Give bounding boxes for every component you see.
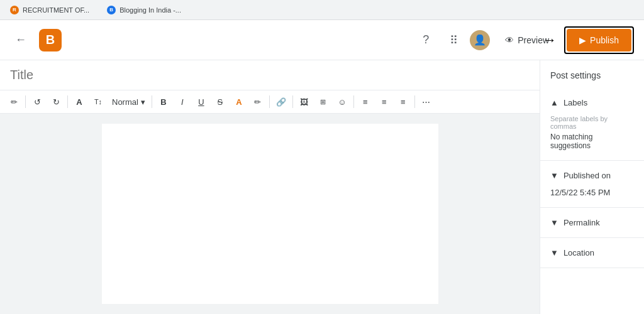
- tab2-favicon: B: [107, 6, 116, 14]
- main-layout: ✏ ↺ ↻ A T↕ Normal ▾ B I U S A ✏ 🔗 🖼 ⊞ ☺: [0, 60, 644, 314]
- tab1-label: RECRUITMENT OF...: [23, 6, 89, 14]
- more-button[interactable]: ⋯: [418, 93, 435, 111]
- toolbar-divider-3: [152, 95, 152, 108]
- no-suggestions-text: No matching suggestions: [550, 133, 634, 150]
- avatar[interactable]: 👤: [470, 30, 490, 50]
- labels-chevron-icon: ▲: [550, 98, 558, 107]
- title-bar: [0, 60, 540, 90]
- text-size-button[interactable]: T↕: [89, 93, 107, 111]
- publish-btn-wrapper: ▶ Publish: [564, 26, 634, 54]
- permalink-label: Permalink: [564, 218, 600, 227]
- browser-tab-1[interactable]: R RECRUITMENT OF...: [5, 6, 94, 14]
- undo-button[interactable]: ↺: [28, 93, 46, 111]
- highlight-button[interactable]: ✏: [249, 93, 267, 111]
- publish-button[interactable]: ▶ Publish: [567, 29, 631, 51]
- editor-canvas[interactable]: [102, 124, 438, 304]
- format-select[interactable]: Normal ▾: [108, 96, 149, 108]
- location-chevron-icon: ▼: [550, 248, 558, 257]
- emoji-button[interactable]: ☺: [333, 93, 351, 111]
- labels-content: Separate labels by commas No matching su…: [540, 112, 644, 155]
- app-header: ← B ? ⠿ 👤 👁 Preview → ▶ Publish: [0, 20, 644, 60]
- right-sidebar: Post settings ▲ Labels Separate labels b…: [540, 60, 644, 314]
- grid-icon: ⠿: [450, 33, 458, 47]
- help-button[interactable]: ?: [414, 29, 437, 51]
- toolbar-divider-6: [353, 95, 354, 108]
- publish-label: Publish: [590, 35, 619, 45]
- location-section-header[interactable]: ▼ Location: [540, 243, 644, 263]
- format-label: Normal: [112, 97, 138, 107]
- toolbar-divider-2: [67, 95, 68, 108]
- align-left-button[interactable]: ≡: [357, 93, 374, 111]
- title-input[interactable]: [10, 68, 530, 82]
- publish-icon: ▶: [579, 35, 586, 45]
- labels-section-header[interactable]: ▲ Labels: [540, 93, 644, 112]
- grid-button[interactable]: ⠿: [442, 29, 465, 51]
- permalink-chevron-icon: ▼: [550, 218, 558, 227]
- labels-label: Labels: [564, 98, 587, 107]
- published-chevron-icon: ▼: [550, 171, 558, 180]
- browser-bar: R RECRUITMENT OF... B Blogging In India …: [0, 0, 644, 20]
- italic-button[interactable]: I: [174, 93, 191, 111]
- labels-section: ▲ Labels Separate labels by commas No ma…: [540, 88, 644, 161]
- publish-wrapper: → ▶ Publish: [564, 26, 634, 54]
- align-right-button[interactable]: ≡: [394, 93, 412, 111]
- back-button[interactable]: ←: [10, 28, 31, 51]
- browser-tab-2[interactable]: B Blogging In India -...: [102, 6, 186, 14]
- blogger-logo: B: [39, 29, 62, 51]
- arrow-indicator: →: [543, 32, 557, 48]
- content-area: [0, 114, 540, 314]
- align-center-button[interactable]: ≡: [375, 93, 393, 111]
- font-color-button[interactable]: A: [230, 93, 248, 111]
- more-image-button[interactable]: ⊞: [314, 93, 332, 111]
- image-button[interactable]: 🖼: [296, 93, 313, 111]
- permalink-section: ▼ Permalink: [540, 208, 644, 238]
- redo-button[interactable]: ↻: [47, 93, 65, 111]
- header-icons: ? ⠿ 👤 👁 Preview → ▶ Publish: [414, 26, 634, 54]
- text-color-button[interactable]: A: [70, 93, 88, 111]
- published-date-content: 12/5/22 5:45 PM: [540, 185, 644, 202]
- help-icon: ?: [423, 33, 429, 46]
- published-date-value: 12/5/22 5:45 PM: [550, 188, 634, 197]
- published-on-label: Published on: [564, 171, 611, 180]
- pencil-button[interactable]: ✏: [5, 93, 23, 111]
- published-on-section: ▼ Published on 12/5/22 5:45 PM: [540, 161, 644, 208]
- toolbar-divider-1: [25, 95, 26, 108]
- toolbar: ✏ ↺ ↻ A T↕ Normal ▾ B I U S A ✏ 🔗 🖼 ⊞ ☺: [0, 90, 540, 114]
- toolbar-divider-7: [414, 95, 415, 108]
- preview-eye-icon: 👁: [505, 35, 514, 45]
- labels-hint: Separate labels by commas: [550, 115, 634, 130]
- post-settings-title: Post settings: [540, 68, 644, 88]
- format-arrow: ▾: [141, 97, 145, 107]
- tab2-label: Blogging In India -...: [119, 6, 181, 14]
- toolbar-divider-4: [269, 95, 270, 108]
- toolbar-divider-5: [292, 95, 293, 108]
- tab1-favicon: R: [10, 6, 19, 14]
- location-label: Location: [564, 248, 594, 257]
- bold-button[interactable]: B: [155, 93, 172, 111]
- editor-area: ✏ ↺ ↻ A T↕ Normal ▾ B I U S A ✏ 🔗 🖼 ⊞ ☺: [0, 60, 540, 314]
- underline-button[interactable]: U: [192, 93, 210, 111]
- published-section-header[interactable]: ▼ Published on: [540, 166, 644, 185]
- strikethrough-button[interactable]: S: [211, 93, 229, 111]
- location-section: ▼ Location: [540, 238, 644, 268]
- link-button[interactable]: 🔗: [272, 93, 290, 111]
- permalink-section-header[interactable]: ▼ Permalink: [540, 213, 644, 232]
